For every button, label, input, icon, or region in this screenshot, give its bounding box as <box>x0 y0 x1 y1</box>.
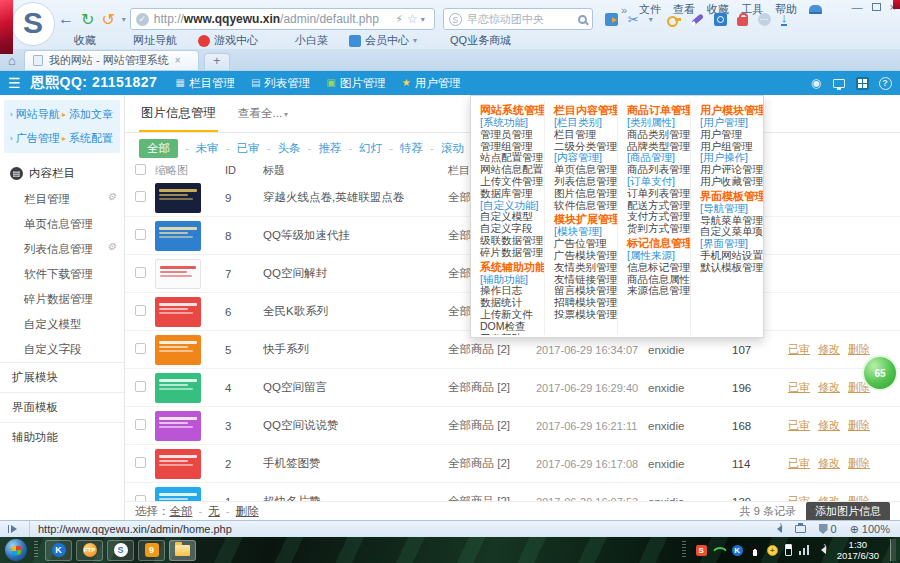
row-title-link[interactable]: 手机签图赞 <box>263 456 448 471</box>
home-icon[interactable]: ⌂ <box>8 53 16 68</box>
screenshot-dropdown-icon[interactable]: ▾ <box>649 15 653 24</box>
battery-icon[interactable] <box>785 544 792 556</box>
mega-menu-entry[interactable]: 管理员管理 <box>480 129 542 141</box>
zoom-control[interactable]: ⊕100% <box>850 523 890 536</box>
accelerator-ball[interactable]: 65 <box>862 355 898 391</box>
start-button[interactable] <box>5 539 27 561</box>
row-checkbox[interactable] <box>135 305 146 316</box>
browser-tab[interactable]: 我的网站 - 网站管理系统 × <box>24 50 199 70</box>
mega-menu-entry[interactable]: 订单列表管理 <box>627 188 688 200</box>
edit-link[interactable]: 修改 <box>818 457 840 469</box>
url-text[interactable]: http://www.qqyewu.xin/admin/default.php <box>154 12 391 26</box>
bookmark-item[interactable]: 会员中心 ▾ <box>349 33 417 48</box>
taskbar-app-button[interactable]: 9 <box>138 540 165 561</box>
mega-menu-entry[interactable]: 碎片数据管理 <box>480 247 542 259</box>
taskbar-app-button[interactable]: K <box>45 540 72 561</box>
row-title-link[interactable]: 穿越火线点卷,英雄联盟点卷 <box>263 190 448 205</box>
quick-link[interactable]: ▸ 系统配置 <box>62 131 114 146</box>
quick-link[interactable]: › 广告管理 <box>10 131 62 146</box>
admin-nav-item[interactable]: ▦ 栏目管理 <box>175 76 234 91</box>
back-icon[interactable]: ← <box>58 10 74 28</box>
taskbar-app-button[interactable]: S <box>107 540 134 561</box>
row-checkbox[interactable] <box>135 343 146 354</box>
mega-menu-entry[interactable]: 栏目管理 <box>554 129 615 141</box>
admin-nav-item[interactable]: ▣ 图片管理 <box>326 76 385 91</box>
mega-menu-entry[interactable]: 投票模块管理 <box>554 309 615 321</box>
row-thumbnail[interactable] <box>155 335 201 365</box>
bookmark-item[interactable]: 小白菜 <box>279 33 332 48</box>
edit-link[interactable]: 修改 <box>818 381 840 393</box>
taskbar-app-button[interactable]: FTP <box>76 540 103 561</box>
row-checkbox[interactable] <box>135 229 146 240</box>
bookmark-item[interactable]: 游戏中心 <box>198 33 262 48</box>
lightning-icon[interactable]: ⚡ <box>395 13 403 26</box>
media-play-icon[interactable] <box>0 521 30 537</box>
gear-icon[interactable]: ⚙ <box>107 241 116 252</box>
tab-close-icon[interactable]: × <box>175 55 181 66</box>
sidebar-item[interactable]: 软件下载管理 ⚙ <box>0 262 124 287</box>
taskbar-app-button[interactable] <box>169 540 196 561</box>
mega-menu-entry[interactable]: 用户管理 <box>700 129 761 141</box>
mega-menu-entry[interactable]: 默认模板管理 <box>700 262 761 274</box>
favorite-dropdown-icon[interactable]: ▾ <box>421 15 425 24</box>
monitor-icon[interactable] <box>832 76 846 90</box>
password-key-icon[interactable] <box>667 16 681 23</box>
sidebar-item[interactable]: 列表信息管理 ⚙ <box>0 237 124 262</box>
hamburger-icon[interactable]: ☰ <box>8 75 21 91</box>
mega-menu-entry[interactable]: 图片信息管理 <box>554 188 615 200</box>
bookmark-item[interactable]: 收藏 <box>58 33 100 48</box>
sidebar-item[interactable]: 单页信息管理 ⚙ <box>0 212 124 237</box>
filter-item[interactable]: 推荐 <box>301 141 342 156</box>
download-icon[interactable]: ↓ <box>781 12 788 26</box>
sidebar-section-content[interactable]: ▤ 内容栏目 <box>0 158 124 187</box>
select-option-link[interactable]: 删除 <box>220 504 259 519</box>
row-thumbnail[interactable] <box>155 183 201 213</box>
view-all-dropdown[interactable]: 查看全...▾ <box>238 106 288 121</box>
row-thumbnail[interactable] <box>155 221 201 251</box>
search-box[interactable]: S 早恋惊动团中央 <box>443 8 593 30</box>
bookmark-item[interactable]: QQ业务商城 <box>434 33 515 48</box>
mega-menu-entry[interactable]: 用户收藏管理 <box>700 176 761 188</box>
more-icon[interactable]: ⋯ <box>758 13 771 26</box>
help-icon[interactable]: ? <box>878 76 892 90</box>
coin-icon[interactable]: + <box>767 545 778 556</box>
filter-item[interactable]: 特荐 <box>382 141 423 156</box>
security-lock-icon[interactable] <box>737 17 748 26</box>
volume-icon[interactable] <box>773 525 782 533</box>
undo-icon[interactable]: ↺ <box>101 10 114 29</box>
tray-volume-icon[interactable] <box>817 546 826 554</box>
select-all-checkbox[interactable] <box>135 164 146 175</box>
filter-item[interactable]: 头条 <box>260 141 301 156</box>
row-checkbox[interactable] <box>135 191 146 202</box>
search-hint[interactable]: 早恋惊动团中央 <box>467 12 578 27</box>
sogou-logo-icon[interactable]: S <box>11 2 55 46</box>
row-title-link[interactable]: 快手系列 <box>263 342 448 357</box>
undo-dropdown-icon[interactable]: ▾ <box>122 15 126 24</box>
mega-menu-entry[interactable]: 友情类别管理 <box>554 262 615 274</box>
approve-link[interactable]: 已审 <box>788 381 810 393</box>
mega-menu-entry[interactable]: 信息标记管理 <box>627 262 688 274</box>
favorite-star-icon[interactable]: ☆ <box>407 12 418 26</box>
row-title-link[interactable]: 全民K歌系列 <box>263 304 448 319</box>
select-option-link[interactable]: 全部 <box>170 504 193 519</box>
filter-item[interactable]: 未审 <box>178 141 219 156</box>
row-checkbox[interactable] <box>135 267 146 278</box>
row-thumbnail[interactable] <box>155 297 201 327</box>
approve-link[interactable]: 已审 <box>788 419 810 431</box>
search-icon[interactable] <box>578 15 587 24</box>
admin-nav-item[interactable]: ▤ 列表管理 <box>251 76 310 91</box>
shield-counter[interactable]: 0 <box>819 523 837 535</box>
mega-menu-entry[interactable]: 开发帮助 <box>480 333 542 335</box>
signal-bars-icon[interactable] <box>799 545 810 555</box>
row-checkbox[interactable] <box>135 457 146 468</box>
approve-link[interactable]: 已审 <box>788 343 810 355</box>
mega-menu-entry[interactable]: [订单支付] <box>627 176 688 188</box>
url-bar[interactable]: ✓ http://www.qqyewu.xin/admin/default.ph… <box>130 8 435 30</box>
filter-item[interactable]: 幻灯 <box>341 141 382 156</box>
delete-link[interactable]: 删除 <box>848 457 870 469</box>
row-thumbnail[interactable] <box>155 411 201 441</box>
row-title-link[interactable]: QQ等级加速代挂 <box>263 228 448 243</box>
k-tray-icon[interactable]: K <box>732 545 743 556</box>
row-checkbox[interactable] <box>135 381 146 392</box>
search-manager-icon[interactable] <box>714 13 727 26</box>
